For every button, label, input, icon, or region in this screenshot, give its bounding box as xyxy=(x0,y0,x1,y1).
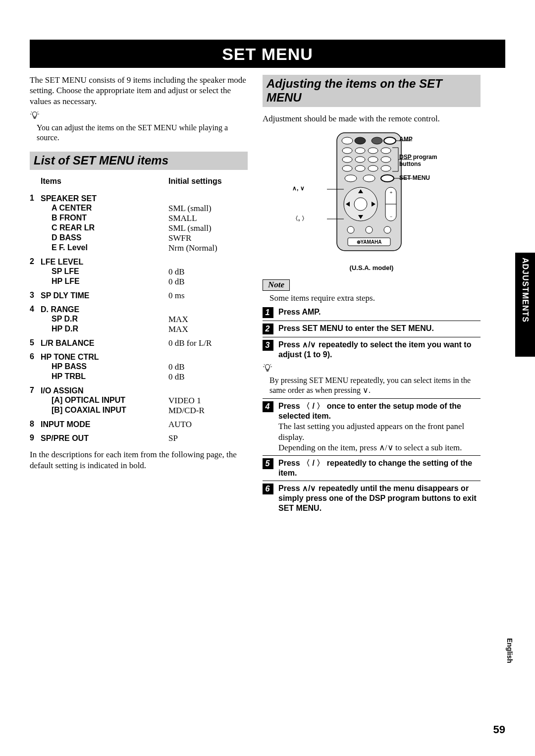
page-title: SET MENU xyxy=(222,45,313,63)
step-instruction: Press SET MENU to enter the SET MENU. xyxy=(278,324,481,333)
subitem-name-cell: HP TRBL xyxy=(41,372,168,382)
subitem-name: SP LFE xyxy=(41,267,168,276)
subitem-name-cell: SP LFE xyxy=(41,267,168,277)
item-value-cell xyxy=(168,301,248,315)
subitem-name: C REAR LR xyxy=(41,223,168,232)
item-name: HP TONE CTRL xyxy=(41,353,99,361)
subitem-value-cell: SWFR xyxy=(168,233,248,243)
page-number: 59 xyxy=(493,723,505,736)
svg-point-9 xyxy=(372,137,382,144)
subitem-name-cell: C REAR LR xyxy=(41,223,168,233)
step-body: Press ∧/∨ repeatedly until the menu disa… xyxy=(278,484,481,513)
tip-icon xyxy=(263,363,272,375)
table-row: 4D. RANGE xyxy=(30,301,248,315)
svg-point-41 xyxy=(384,226,391,233)
svg-point-21 xyxy=(355,165,365,171)
subitem-value: SMALL xyxy=(168,214,197,223)
table-row: C REAR LRSML (small) xyxy=(30,223,248,233)
item-value-cell xyxy=(168,190,248,204)
subitem-name: HP D.R xyxy=(41,324,168,333)
subitem-name-cell: B FRONT xyxy=(41,214,168,223)
item-value-cell xyxy=(168,382,248,396)
subitem-value: 0 dB xyxy=(168,362,185,372)
right-section-heading: Adjusting the items on the SET MENU xyxy=(263,75,481,107)
step: 5Press 〈 / 〉 repeatedly to change the se… xyxy=(263,455,481,481)
table-row: B FRONTSMALL xyxy=(30,214,248,223)
step-detail: Depending on the item, press ∧/∨ to sele… xyxy=(278,442,481,453)
svg-point-25 xyxy=(381,175,394,182)
svg-text:⊛YAMAHA: ⊛YAMAHA xyxy=(357,239,382,245)
svg-point-18 xyxy=(368,157,378,162)
left-column: The SET MENU consists of 9 items includi… xyxy=(30,75,248,516)
item-name-cell: SP/PRE OUT xyxy=(41,430,168,443)
note-label-text: Note xyxy=(268,280,284,289)
table-row: 3SP DLY TIME0 ms xyxy=(30,287,248,301)
tip-text: You can adjust the items on the SET MENU… xyxy=(37,123,248,143)
step-body: Press 〈 / 〉 repeatedly to change the set… xyxy=(278,458,481,478)
steps-list: 1Press AMP.2Press SET MENU to enter the … xyxy=(263,306,481,516)
subitem-name: HP BASS xyxy=(41,362,168,371)
step-number: 2 xyxy=(263,324,273,334)
item-name-cell: INPUT MODE xyxy=(41,416,168,430)
step-body: Press 〈 / 〉 once to enter the setup mode… xyxy=(278,401,481,453)
step-number: 3 xyxy=(263,340,273,351)
item-name-cell: I/O ASSIGN xyxy=(41,382,168,396)
subitem-value: 0 dB xyxy=(168,372,185,381)
table-row: A CENTERSML (small) xyxy=(30,204,248,214)
subitem-name-cell: SP D.R xyxy=(41,315,168,324)
svg-point-26 xyxy=(345,175,357,182)
table-row: HP D.RMAX xyxy=(30,324,248,334)
item-number: 4 xyxy=(30,301,41,315)
step-instruction: Press AMP. xyxy=(278,307,481,317)
svg-point-27 xyxy=(363,175,375,182)
step-body: Press AMP. xyxy=(278,307,481,317)
table-row: HP TRBL0 dB xyxy=(30,372,248,382)
note-label: Note xyxy=(263,279,290,291)
item-name: L/R BALANCE xyxy=(41,339,94,347)
item-value: 0 dB for L/R xyxy=(168,338,212,348)
step-tip-text: By pressing SET MENU repeatedly, you can… xyxy=(269,376,481,395)
subitem-value-cell: Nrm (Normal) xyxy=(168,243,248,253)
svg-point-34 xyxy=(354,198,367,211)
step-detail: The last setting you adjusted appears on… xyxy=(278,421,481,442)
svg-line-46 xyxy=(264,365,265,366)
left-section-heading: List of SET MENU items xyxy=(30,152,248,170)
item-name-cell: L/R BALANCE xyxy=(41,334,168,348)
step: 1Press AMP. xyxy=(263,306,481,321)
item-name-cell: D. RANGE xyxy=(41,301,168,315)
table-row: 1SPEAKER SET xyxy=(30,190,248,204)
subitem-value-cell: MAX xyxy=(168,315,248,324)
svg-point-14 xyxy=(368,148,378,154)
subitem-name-cell: HP BASS xyxy=(41,362,168,372)
subitem-name-cell: HP D.R xyxy=(41,324,168,334)
subitem-value: MD/CD-R xyxy=(168,406,205,415)
svg-point-40 xyxy=(366,226,373,233)
table-row: SP D.RMAX xyxy=(30,315,248,324)
subitem-name: HP LFE xyxy=(41,277,168,286)
subitem-value-cell: 0 dB xyxy=(168,277,248,287)
item-value-cell xyxy=(168,348,248,362)
item-name-cell: LFE LEVEL xyxy=(41,253,168,267)
subitem-name: D BASS xyxy=(41,233,168,242)
step-number: 4 xyxy=(263,401,273,412)
item-name: SP/PRE OUT xyxy=(41,434,89,442)
item-number: 1 xyxy=(30,190,41,204)
step-number: 1 xyxy=(263,307,273,318)
after-table-text: In the descriptions for each item from t… xyxy=(30,449,248,471)
remote-label-dsp: DSP program buttons xyxy=(399,154,449,167)
item-value-cell: SP xyxy=(168,430,248,443)
left-heading-text: List of SET MENU items xyxy=(34,154,168,167)
subitem-value-cell: MAX xyxy=(168,324,248,334)
right-heading-text: Adjusting the items on the SET MENU xyxy=(267,77,442,104)
remote-label-updown: ∧, ∨ xyxy=(292,185,305,192)
subitem-name: HP TRBL xyxy=(41,372,168,381)
svg-point-23 xyxy=(381,165,391,171)
subitem-name: B FRONT xyxy=(41,214,168,222)
item-value-cell xyxy=(168,253,248,267)
step: 4Press 〈 / 〉 once to enter the setup mod… xyxy=(263,398,481,455)
subitem-name: A CENTER xyxy=(41,204,168,213)
col-header-initial: Initial settings xyxy=(168,177,248,190)
step-instruction: Press 〈 / 〉 once to enter the setup mode… xyxy=(278,401,481,421)
item-value-cell: AUTO xyxy=(168,416,248,430)
subitem-value: VIDEO 1 xyxy=(168,396,201,405)
